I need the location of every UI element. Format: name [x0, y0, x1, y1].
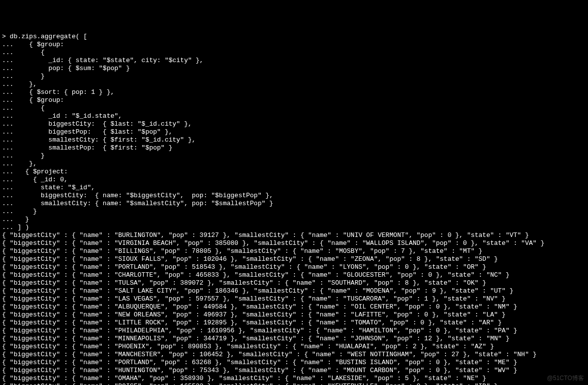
- result-row: { "biggestCity" : { "name" : "CHARLOTTE"…: [2, 271, 586, 279]
- result-row: { "biggestCity" : { "name" : "BILLINGS",…: [2, 247, 586, 255]
- shell-continuation-line: ... ] ): [2, 224, 586, 231]
- result-row: { "biggestCity" : { "name" : "ALBUQUERQU…: [2, 303, 586, 311]
- shell-continuation-line: ... }: [2, 73, 586, 80]
- shell-continuation-line: ... { _id: 0,: [2, 176, 586, 184]
- result-row: { "biggestCity" : { "name" : "BURLINGTON…: [2, 231, 586, 239]
- result-row: { "biggestCity" : { "name" : "PORTLAND",…: [2, 263, 586, 271]
- result-row: { "biggestCity" : { "name" : "HUNTINGTON…: [2, 367, 586, 375]
- result-row: { "biggestCity" : { "name" : "LAS VEGAS"…: [2, 295, 586, 303]
- result-row: { "biggestCity" : { "name" : "BOISE", "p…: [2, 383, 586, 385]
- shell-continuation-line: ... }: [2, 216, 586, 224]
- result-row: { "biggestCity" : { "name" : "OMAHA", "p…: [2, 375, 586, 383]
- result-row: { "biggestCity" : { "name" : "SIOUX FALL…: [2, 255, 586, 263]
- shell-continuation-line: ... }: [2, 152, 586, 160]
- shell-continuation-line: ... state: "$_id",: [2, 184, 586, 192]
- shell-continuation-line: ... },: [2, 80, 586, 88]
- shell-continuation-line: ... biggestCity: { $last: "$_id.city" },: [2, 120, 586, 128]
- shell-continuation-line: ... { $group:: [2, 41, 586, 49]
- shell-continuation-line: ... _id : "$_id.state",: [2, 112, 586, 120]
- terminal-output[interactable]: > db.zips.aggregate( [... { $group:... {…: [2, 33, 586, 385]
- shell-continuation-line: ... smallestCity: { $first: "$_id.city" …: [2, 136, 586, 144]
- shell-continuation-line: ... { $project:: [2, 168, 586, 176]
- watermark-text: @51CTO博客: [547, 374, 584, 382]
- result-row: { "biggestCity" : { "name" : "PHILADELPH…: [2, 327, 586, 335]
- result-row: { "biggestCity" : { "name" : "PORTLAND",…: [2, 359, 586, 367]
- shell-continuation-line: ... smallestPop: { $first: "$pop" }: [2, 144, 586, 152]
- shell-command-line: > db.zips.aggregate( [: [2, 33, 586, 41]
- shell-continuation-line: ... },: [2, 160, 586, 168]
- shell-continuation-line: ... { $sort: { pop: 1 } },: [2, 88, 586, 96]
- shell-continuation-line: ... smallestCity: { name: "$smallestCity…: [2, 200, 586, 208]
- shell-continuation-line: ... }: [2, 208, 586, 216]
- shell-continuation-line: ... biggestPop: { $last: "$pop" },: [2, 128, 586, 136]
- shell-continuation-line: ... _id: { state: "$state", city: "$city…: [2, 57, 586, 65]
- shell-continuation-line: ... biggestCity: { name: "$biggestCity",…: [2, 192, 586, 200]
- result-row: { "biggestCity" : { "name" : "PHOENIX", …: [2, 343, 586, 351]
- result-row: { "biggestCity" : { "name" : "SALT LAKE …: [2, 287, 586, 295]
- result-row: { "biggestCity" : { "name" : "VIRGINIA B…: [2, 239, 586, 247]
- result-row: { "biggestCity" : { "name" : "NEW ORLEAN…: [2, 311, 586, 319]
- shell-continuation-line: ... pop: { $sum: "$pop" }: [2, 65, 586, 73]
- shell-continuation-line: ... {: [2, 104, 586, 112]
- shell-continuation-line: ... { $group:: [2, 96, 586, 104]
- result-row: { "biggestCity" : { "name" : "LITTLE ROC…: [2, 319, 586, 327]
- result-row: { "biggestCity" : { "name" : "TULSA", "p…: [2, 279, 586, 287]
- result-row: { "biggestCity" : { "name" : "MANCHESTER…: [2, 351, 586, 359]
- result-row: { "biggestCity" : { "name" : "MINNEAPOLI…: [2, 335, 586, 343]
- shell-continuation-line: ... {: [2, 49, 586, 57]
